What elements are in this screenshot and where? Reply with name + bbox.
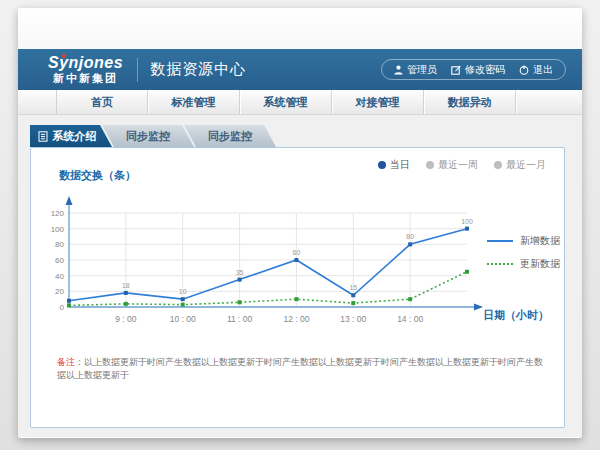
svg-text:100: 100 <box>461 218 473 225</box>
edit-icon <box>451 65 461 75</box>
main-nav: 首页 标准管理 系统管理 对接管理 数据异动 <box>18 90 582 115</box>
svg-text:40: 40 <box>55 272 64 281</box>
user-menu: 管理员 修改密码 退出 <box>381 59 566 80</box>
tab-bar: 系统介绍 同步监控 同步监控 <box>30 125 276 147</box>
admin-user-button[interactable]: 管理员 <box>394 63 437 77</box>
svg-text:120: 120 <box>51 209 65 218</box>
legend-item-updated-data: 更新数据 <box>487 257 560 271</box>
header-divider <box>137 58 138 82</box>
svg-text:10: 10 <box>179 288 187 295</box>
svg-text:18: 18 <box>122 282 130 289</box>
dotted-line-swatch <box>487 263 513 265</box>
svg-text:0: 0 <box>60 303 65 312</box>
tab-sync-monitor-1[interactable]: 同步监控 <box>102 125 194 147</box>
solid-line-swatch <box>487 240 513 242</box>
svg-text:14 : 00: 14 : 00 <box>397 314 423 324</box>
svg-text:12 : 00: 12 : 00 <box>283 314 309 324</box>
change-password-label: 修改密码 <box>465 63 505 77</box>
filter-last-month-label: 最近一月 <box>506 158 546 172</box>
page-title: 数据资源中心 <box>150 60 246 79</box>
x-axis-title: 日期（小时） <box>483 308 549 323</box>
logo-subtext: 新中新集团 <box>48 73 123 84</box>
svg-text:10 : 00: 10 : 00 <box>170 314 196 324</box>
document-icon <box>38 131 48 142</box>
footer-note: 备注：以上数据更新于时间产生数据以上数据更新于时间产生数据以上数据更新于时间产生… <box>57 356 547 381</box>
nav-item-interface-mgmt[interactable]: 对接管理 <box>332 90 424 114</box>
svg-text:100: 100 <box>51 225 65 234</box>
chart-legend: 新增数据 更新数据 <box>487 234 560 271</box>
radio-unselected-icon <box>426 161 434 169</box>
svg-text:60: 60 <box>293 249 301 256</box>
content-area: 系统介绍 同步监控 同步监控 当日 最近一周 <box>18 115 582 437</box>
app-window: Synjones 新中新集团 数据资源中心 管理员 修改密码 <box>18 8 582 438</box>
logout-button[interactable]: 退出 <box>519 63 553 77</box>
company-logo: Synjones 新中新集团 <box>48 55 123 84</box>
user-icon <box>394 65 403 75</box>
logout-label: 退出 <box>533 63 553 77</box>
svg-text:20: 20 <box>55 287 64 296</box>
logo-accent-dot <box>62 54 66 58</box>
chart-panel: 当日 最近一周 最近一月 数据交换（条） 0204060801001209 : … <box>30 147 565 428</box>
note-label: 备注： <box>57 357 84 367</box>
tab-system-intro[interactable]: 系统介绍 <box>30 125 112 147</box>
tab-sync-monitor-2[interactable]: 同步监控 <box>184 125 276 147</box>
filter-last-month[interactable]: 最近一月 <box>494 158 546 172</box>
time-filter-group: 当日 最近一周 最近一月 <box>378 158 546 172</box>
change-password-button[interactable]: 修改密码 <box>451 63 505 77</box>
tab-system-intro-label: 系统介绍 <box>53 129 97 144</box>
svg-text:13 : 00: 13 : 00 <box>340 314 366 324</box>
admin-user-label: 管理员 <box>407 63 437 77</box>
filter-today[interactable]: 当日 <box>378 158 410 172</box>
svg-text:60: 60 <box>55 256 64 265</box>
radio-unselected-icon <box>494 161 502 169</box>
app-header: Synjones 新中新集团 数据资源中心 管理员 修改密码 <box>18 49 582 90</box>
svg-text:9 : 00: 9 : 00 <box>115 314 137 324</box>
svg-text:35: 35 <box>236 269 244 276</box>
svg-text:80: 80 <box>55 240 64 249</box>
browser-chrome-strip <box>18 8 582 49</box>
legend-new-data-label: 新增数据 <box>520 234 560 248</box>
line-chart: 0204060801001209 : 0010 : 0011 : 0012 : … <box>47 190 487 340</box>
svg-text:15: 15 <box>349 284 357 291</box>
power-icon <box>519 65 529 75</box>
filter-today-label: 当日 <box>390 158 410 172</box>
nav-item-home[interactable]: 首页 <box>56 90 148 114</box>
nav-item-standard-mgmt[interactable]: 标准管理 <box>148 90 240 114</box>
nav-item-data-change[interactable]: 数据异动 <box>424 90 516 114</box>
svg-text:11 : 00: 11 : 00 <box>227 314 253 324</box>
filter-last-week-label: 最近一周 <box>438 158 478 172</box>
legend-updated-data-label: 更新数据 <box>520 257 560 271</box>
note-text: 以上数据更新于时间产生数据以上数据更新于时间产生数据以上数据更新于时间产生数据以… <box>57 357 543 380</box>
filter-last-week[interactable]: 最近一周 <box>426 158 478 172</box>
legend-item-new-data: 新增数据 <box>487 234 560 248</box>
radio-selected-icon <box>378 161 386 169</box>
nav-item-system-mgmt[interactable]: 系统管理 <box>240 90 332 114</box>
tab-sync-monitor-1-label: 同步监控 <box>126 129 170 144</box>
logo-text: Synjones <box>48 55 123 71</box>
y-axis-title: 数据交换（条） <box>59 168 136 183</box>
svg-text:80: 80 <box>406 233 414 240</box>
tab-sync-monitor-2-label: 同步监控 <box>208 129 252 144</box>
